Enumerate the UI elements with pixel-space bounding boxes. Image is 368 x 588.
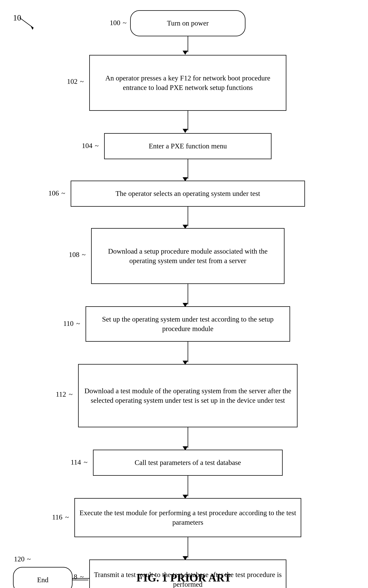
arrow-3 bbox=[188, 159, 188, 179]
arrow-4 bbox=[188, 207, 188, 226]
ref-116: 116 bbox=[52, 513, 63, 521]
ref-102: 102 bbox=[67, 77, 78, 86]
node-104: Enter a PXE function menu bbox=[104, 133, 271, 159]
node-106: The operator selects an operating system… bbox=[71, 181, 305, 207]
node-116: Execute the test module for performing a… bbox=[74, 498, 301, 537]
ref-110: 110 bbox=[63, 319, 74, 328]
ref-114-tilde: ~ bbox=[84, 458, 88, 466]
node-100-label: Turn on power bbox=[163, 17, 212, 30]
ref-120-leader: ~ bbox=[27, 555, 31, 563]
arrow-5 bbox=[188, 284, 188, 304]
arrow-8 bbox=[188, 476, 188, 496]
ref-112-tilde: ~ bbox=[69, 390, 73, 398]
node-114: Call test parameters of a test database bbox=[93, 450, 283, 476]
node-110-label: Set up the operating system under test a… bbox=[86, 313, 290, 336]
ref-100: 100 bbox=[110, 19, 120, 27]
ref-108: 108 bbox=[69, 251, 79, 259]
ref-120: 120 bbox=[14, 555, 25, 563]
node-100: Turn on power bbox=[130, 10, 246, 36]
ref-100-tilde: ~ bbox=[123, 19, 127, 27]
node-114-label: Call test parameters of a test database bbox=[131, 456, 245, 469]
ref-114: 114 bbox=[71, 458, 81, 466]
ref-106-tilde: ~ bbox=[61, 189, 65, 197]
node-108: Download a setup procedure module associ… bbox=[91, 228, 285, 284]
flowchart-diagram: 10 Turn on power 100 ~ An operator press… bbox=[0, 0, 368, 588]
ref-112: 112 bbox=[56, 390, 66, 398]
figure-label: FIG. 1 PRIOR ART bbox=[0, 571, 368, 584]
node-116-label: Execute the test module for performing a… bbox=[75, 506, 301, 529]
svg-line-0 bbox=[19, 18, 34, 28]
arrow-9 bbox=[188, 537, 188, 558]
node-106-label: The operator selects an operating system… bbox=[112, 187, 264, 200]
node-110: Set up the operating system under test a… bbox=[85, 306, 290, 342]
ref-116-tilde: ~ bbox=[65, 513, 69, 521]
node-112-label: Download a test module of the operating … bbox=[79, 384, 297, 407]
node-104-label: Enter a PXE function menu bbox=[145, 139, 230, 153]
ref-110-tilde: ~ bbox=[76, 319, 80, 328]
ref-arrow bbox=[18, 16, 36, 31]
node-102-label: An operator presses a key F12 for networ… bbox=[90, 71, 286, 94]
node-108-label: Download a setup procedure module associ… bbox=[92, 245, 284, 268]
arrow-7 bbox=[188, 427, 188, 448]
arrow-6 bbox=[188, 342, 188, 362]
ref-102-tilde: ~ bbox=[80, 77, 84, 86]
ref-108-tilde: ~ bbox=[82, 251, 86, 259]
arrowhead-2 bbox=[183, 129, 188, 133]
arrow-2 bbox=[188, 111, 188, 130]
arrow-1 bbox=[188, 36, 188, 52]
ref-106: 106 bbox=[48, 189, 59, 197]
node-112: Download a test module of the operating … bbox=[78, 364, 297, 427]
node-102: An operator presses a key F12 for networ… bbox=[89, 55, 286, 111]
ref-104: 104 bbox=[82, 142, 92, 150]
ref-104-tilde: ~ bbox=[95, 142, 99, 150]
